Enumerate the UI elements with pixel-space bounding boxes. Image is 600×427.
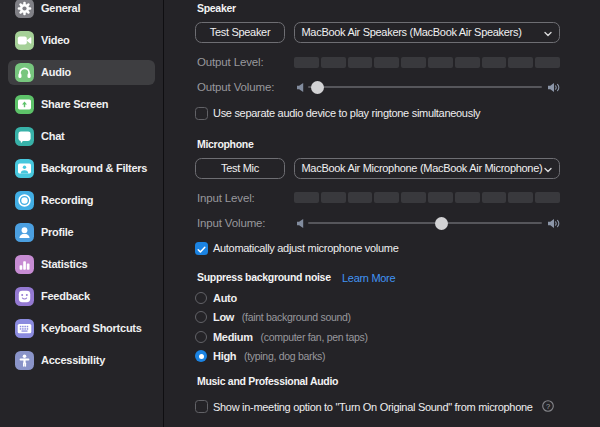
svg-text:?: ? — [545, 401, 549, 410]
